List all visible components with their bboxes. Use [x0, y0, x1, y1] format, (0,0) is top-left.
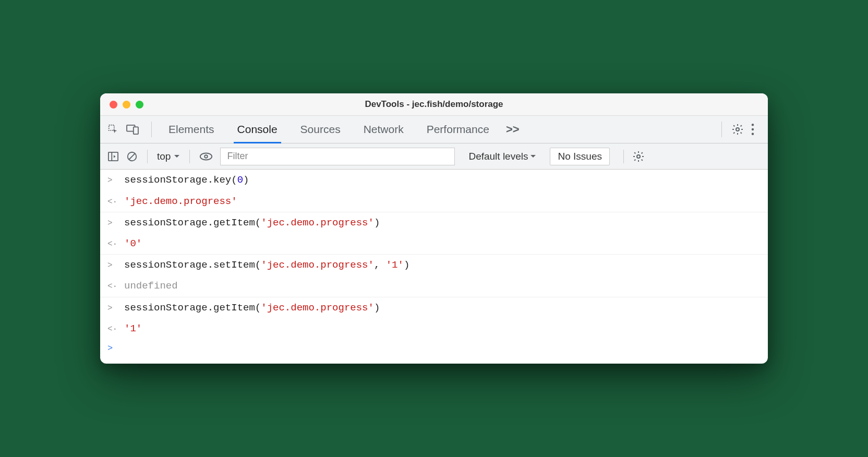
- divider: [147, 150, 148, 163]
- svg-point-5: [752, 128, 754, 130]
- inspect-element-icon[interactable]: [107, 124, 119, 135]
- input-marker-icon: >: [107, 258, 124, 273]
- issues-button[interactable]: No Issues: [550, 148, 609, 165]
- more-tabs-icon[interactable]: >>: [501, 123, 525, 136]
- input-marker-icon: >: [107, 301, 124, 316]
- tab-elements[interactable]: Elements: [157, 116, 226, 143]
- tab-performance[interactable]: Performance: [415, 116, 501, 143]
- code-text: undefined: [124, 277, 178, 295]
- divider: [151, 122, 152, 137]
- svg-point-3: [736, 128, 739, 131]
- console-output-row: <·'0': [100, 233, 768, 254]
- svg-point-12: [205, 155, 208, 158]
- console-output-row: <·'1': [100, 318, 768, 339]
- code-text: sessionStorage.getItem('jec.demo.progres…: [124, 214, 380, 232]
- chevron-down-icon: [530, 154, 536, 159]
- svg-point-13: [637, 155, 640, 158]
- output-marker-icon: <·: [107, 279, 124, 294]
- console-output-row: <·undefined: [100, 275, 768, 296]
- window-title: DevTools - jec.fish/demo/storage: [365, 99, 503, 110]
- output-marker-icon: <·: [107, 322, 124, 337]
- code-text: 'jec.demo.progress': [124, 193, 237, 210]
- input-marker-icon: >: [107, 216, 124, 231]
- tabs: Elements Console Sources Network Perform…: [157, 116, 525, 143]
- tab-sources[interactable]: Sources: [289, 116, 352, 143]
- code-text: sessionStorage.getItem('jec.demo.progres…: [124, 299, 380, 317]
- kebab-menu-icon[interactable]: [748, 124, 757, 135]
- console-input-row: >sessionStorage.setItem('jec.demo.progre…: [100, 254, 768, 275]
- context-label: top: [157, 151, 171, 162]
- settings-icon[interactable]: [731, 123, 744, 136]
- log-levels-selector[interactable]: Default levels: [468, 151, 536, 162]
- console-output: >sessionStorage.key(0)<·'jec.demo.progre…: [100, 170, 768, 363]
- chevron-down-icon: [174, 154, 180, 159]
- devtools-window: DevTools - jec.fish/demo/storage Element…: [100, 93, 768, 363]
- console-input-row: >sessionStorage.getItem('jec.demo.progre…: [100, 212, 768, 233]
- live-expression-icon[interactable]: [199, 152, 213, 161]
- titlebar: DevTools - jec.fish/demo/storage: [100, 93, 768, 115]
- input-marker-icon: >: [107, 173, 124, 188]
- context-selector[interactable]: top: [157, 151, 180, 162]
- code-text: '1': [124, 320, 142, 338]
- main-toolbar: Elements Console Sources Network Perform…: [100, 115, 768, 143]
- console-input-row: >sessionStorage.key(0): [100, 170, 768, 190]
- code-text: sessionStorage.setItem('jec.demo.progres…: [124, 256, 409, 274]
- toggle-sidebar-icon[interactable]: [107, 151, 119, 162]
- divider: [721, 122, 722, 137]
- prompt-marker-icon: >: [107, 341, 124, 357]
- output-marker-icon: <·: [107, 195, 124, 210]
- maximize-window-button[interactable]: [136, 101, 143, 109]
- code-text: sessionStorage.key(0): [124, 171, 249, 189]
- tab-console[interactable]: Console: [226, 116, 289, 143]
- clear-console-icon[interactable]: [126, 151, 138, 162]
- svg-point-6: [752, 133, 754, 135]
- filter-input[interactable]: [220, 148, 455, 165]
- console-toolbar: top Default levels No Issues: [100, 143, 768, 170]
- console-input-row: >sessionStorage.getItem('jec.demo.progre…: [100, 297, 768, 318]
- divider: [189, 150, 190, 163]
- device-toolbar-icon[interactable]: [126, 124, 139, 135]
- output-marker-icon: <·: [107, 237, 124, 252]
- tab-network[interactable]: Network: [352, 116, 415, 143]
- svg-rect-7: [108, 152, 118, 161]
- log-levels-label: Default levels: [468, 151, 528, 162]
- console-prompt-row[interactable]: >: [100, 339, 768, 358]
- console-output-row: <·'jec.demo.progress': [100, 191, 768, 212]
- minimize-window-button[interactable]: [123, 101, 130, 109]
- svg-line-10: [129, 153, 135, 159]
- close-window-button[interactable]: [110, 101, 117, 109]
- svg-rect-2: [134, 127, 138, 135]
- console-settings-icon[interactable]: [632, 150, 645, 163]
- divider: [623, 150, 624, 163]
- svg-point-11: [200, 153, 212, 160]
- code-text: '0': [124, 235, 142, 252]
- svg-point-4: [752, 124, 754, 126]
- traffic-lights: [110, 101, 143, 109]
